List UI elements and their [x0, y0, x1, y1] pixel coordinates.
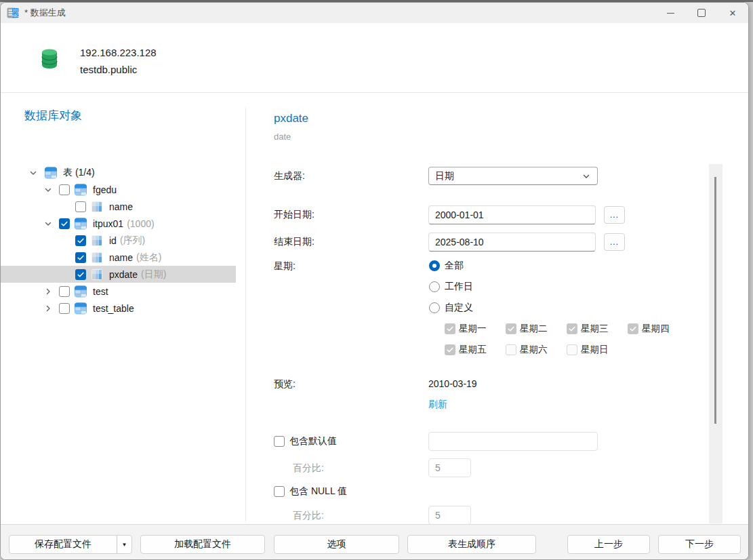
checkbox[interactable]: [59, 303, 70, 314]
database-icon: [40, 48, 59, 73]
window-title: * 数据生成: [24, 7, 66, 19]
weekday-saturday: 星期六: [506, 344, 548, 356]
next-step-label: 下一步: [685, 538, 714, 551]
ellipsis-label: ...: [610, 237, 619, 247]
checkbox: [274, 436, 285, 447]
tree-label: name: [109, 201, 133, 212]
sidebar-title: 数据库对象: [24, 108, 82, 123]
main-area: 数据库对象 表 (1/4) fgedu name: [1, 93, 748, 524]
checkbox[interactable]: [59, 286, 70, 297]
table-icon: [44, 166, 58, 180]
include-default-checkbox[interactable]: 包含默认值: [274, 435, 337, 447]
checkbox[interactable]: [75, 201, 86, 212]
table-icon: [74, 183, 87, 197]
maximize-button[interactable]: [686, 3, 717, 23]
tree-row-test-table[interactable]: test_table: [1, 300, 236, 317]
tree-row-tables[interactable]: 表 (1/4): [1, 164, 236, 181]
data-generation-app-icon: 101 ABC: [7, 7, 19, 19]
save-config-button[interactable]: 保存配置文件 ▼: [9, 535, 132, 554]
previous-step-button[interactable]: 上一步: [567, 535, 650, 554]
options-button[interactable]: 选项: [274, 535, 399, 554]
null-percent-input[interactable]: [428, 506, 471, 524]
checkbox-disabled: [567, 344, 577, 355]
default-value-input[interactable]: [428, 432, 598, 451]
tree-row-pxdate-selected[interactable]: pxdate (日期): [1, 266, 236, 283]
table-generation-order-button[interactable]: 表生成顺序: [407, 535, 536, 554]
checkbox[interactable]: [59, 184, 70, 195]
title-bar[interactable]: 101 ABC * 数据生成 ✕: [1, 3, 748, 23]
preview-label: 预览:: [274, 378, 296, 391]
end-date-input[interactable]: [428, 233, 596, 252]
end-date-label: 结束日期:: [274, 236, 314, 248]
checkbox-checked-disabled: [506, 323, 516, 334]
checkbox: [274, 486, 285, 497]
database-object-tree: 表 (1/4) fgedu name itpux01 (1000): [1, 164, 245, 317]
tree-label: test: [93, 286, 108, 297]
checkbox-checked[interactable]: [75, 235, 86, 246]
footer-bar: 保存配置文件 ▼ 加载配置文件 选项 表生成顺序 上一步 下一步: [1, 524, 748, 560]
checkbox-checked-disabled: [445, 323, 455, 334]
radio-all[interactable]: 全部: [429, 260, 464, 272]
table-icon: [74, 285, 87, 298]
tree-row-test[interactable]: test: [1, 283, 236, 300]
chevron-down-icon[interactable]: [28, 167, 39, 178]
radio-workdays[interactable]: 工作日: [429, 281, 473, 293]
tree-note: (序列): [120, 235, 145, 247]
refresh-link[interactable]: 刷新: [428, 399, 447, 411]
start-date-browse-button[interactable]: ...: [604, 206, 625, 224]
generator-selected-value: 日期: [435, 170, 454, 182]
window-controls: ✕: [655, 3, 748, 23]
minimize-icon: [667, 13, 674, 14]
radio-label: 工作日: [445, 281, 473, 293]
tree-label: fgedu: [93, 184, 117, 195]
scrollbar-thumb[interactable]: [714, 177, 716, 424]
weekday-label: 星期五: [459, 344, 487, 356]
default-percent-input[interactable]: [428, 458, 471, 477]
checkbox-checked-disabled: [628, 323, 638, 334]
chevron-right-icon[interactable]: [43, 286, 54, 297]
tree-label: test_table: [93, 303, 134, 314]
weekday-label: 星期日: [581, 344, 609, 356]
tree-row-itpux01[interactable]: itpux01 (1000): [1, 215, 236, 232]
weekday-monday: 星期一: [445, 323, 487, 335]
weekday-thursday: 星期四: [628, 323, 670, 335]
load-config-button[interactable]: 加载配置文件: [140, 535, 265, 554]
chevron-right-icon[interactable]: [43, 303, 54, 314]
tree-row-fgedu-name[interactable]: name: [1, 198, 236, 215]
null-percent-label: 百分比:: [293, 510, 324, 522]
data-generation-dialog: 101 ABC * 数据生成 ✕ 192.168.223.128 testdb.…: [0, 2, 749, 560]
checkbox-checked[interactable]: [75, 252, 86, 263]
radio-custom[interactable]: 自定义: [429, 302, 473, 314]
checkbox-checked[interactable]: [59, 218, 70, 229]
vertical-scrollbar[interactable]: [709, 164, 723, 523]
dropdown-arrow-icon[interactable]: ▼: [117, 536, 131, 553]
next-step-button[interactable]: 下一步: [658, 535, 741, 554]
weekday-sunday: 星期日: [567, 344, 609, 356]
generator-select[interactable]: 日期: [428, 167, 598, 185]
save-config-label: 保存配置文件: [9, 538, 117, 551]
start-date-label: 开始日期:: [274, 209, 314, 221]
chevron-down-icon[interactable]: [43, 184, 54, 195]
field-title: pxdate: [274, 112, 308, 125]
weekday-friday: 星期五: [445, 344, 487, 356]
field-icon: [90, 251, 104, 264]
checkbox-checked-disabled: [567, 323, 577, 334]
tree-label: 表 (1/4): [63, 167, 95, 179]
chevron-down-icon[interactable]: [43, 218, 54, 229]
checkbox-checked[interactable]: [75, 269, 86, 280]
load-config-label: 加载配置文件: [174, 538, 231, 551]
tree-row-id[interactable]: id (序列): [1, 232, 236, 249]
tree-row-fgedu[interactable]: fgedu: [1, 181, 236, 198]
end-date-browse-button[interactable]: ...: [604, 233, 625, 251]
options-label: 选项: [327, 538, 346, 551]
minimize-button[interactable]: [655, 3, 686, 23]
close-button[interactable]: ✕: [717, 3, 748, 23]
week-label: 星期:: [274, 260, 296, 273]
tree-row-name[interactable]: name (姓名): [1, 249, 236, 266]
checkbox-checked-disabled: [445, 344, 455, 355]
start-date-input[interactable]: [428, 205, 596, 224]
include-null-checkbox[interactable]: 包含 NULL 值: [274, 485, 347, 498]
connection-header: 192.168.223.128 testdb.public: [1, 23, 748, 93]
connection-schema: testdb.public: [80, 64, 137, 75]
tree-label: id: [109, 235, 117, 246]
